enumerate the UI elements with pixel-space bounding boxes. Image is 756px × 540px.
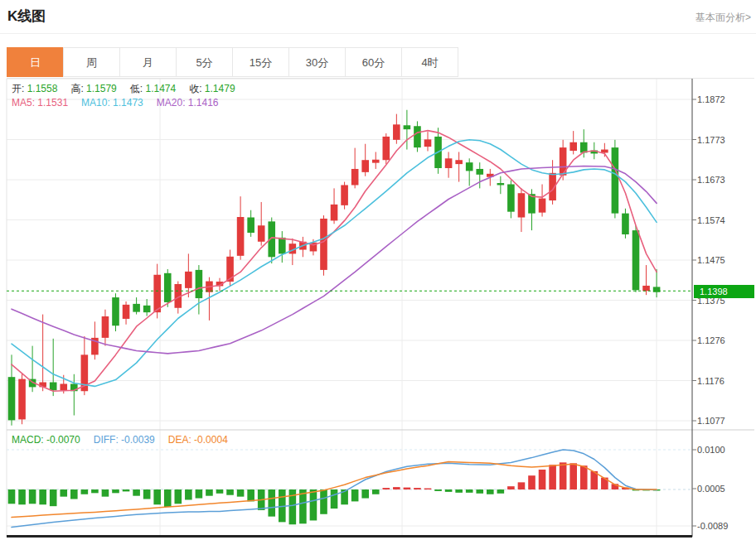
macd-bar-negative xyxy=(18,489,26,504)
macd-bar-negative xyxy=(70,489,78,499)
macd-bar-negative xyxy=(123,489,130,491)
macd-bar-negative xyxy=(8,489,16,504)
kline-chart[interactable] xyxy=(0,0,756,540)
ma-legend: MA5: 1.1531MA10: 1.1473MA20: 1.1416 xyxy=(12,97,232,108)
candle-up xyxy=(642,286,650,291)
candle-up xyxy=(455,160,463,164)
macd-bar-positive xyxy=(539,470,546,489)
axis-label: 1.1276 xyxy=(697,335,754,346)
candle-up xyxy=(445,158,453,168)
candle-down xyxy=(133,304,140,312)
candle-up xyxy=(60,383,67,390)
candle-down xyxy=(143,306,151,312)
macd-bar-positive xyxy=(393,487,400,489)
macd-bar-negative xyxy=(153,489,161,504)
axis-label: 1.1077 xyxy=(697,415,754,427)
macd-bar-negative xyxy=(320,489,327,514)
macd-bar-negative xyxy=(81,489,89,494)
ohlc-row-item-2: 低: 1.1474 xyxy=(130,83,176,94)
candle-up xyxy=(518,193,526,217)
candle-down xyxy=(497,183,505,185)
ma-row-item-2: MA20: 1.1416 xyxy=(157,97,219,108)
candle-down xyxy=(466,162,473,171)
macd-bar-negative xyxy=(60,489,67,497)
macd-bar-negative xyxy=(247,489,254,501)
axis-label: 1.1475 xyxy=(697,254,754,266)
candle-down xyxy=(164,273,172,302)
axis-label: 1.1176 xyxy=(697,375,754,387)
ma10-line xyxy=(12,140,657,387)
candle-down xyxy=(507,185,515,212)
axis-label: 1.1872 xyxy=(697,94,754,105)
macd-bar-negative xyxy=(331,489,338,509)
macd-row-item-0: MACD: -0.0070 xyxy=(12,434,80,446)
candle-up xyxy=(258,225,265,242)
macd-bar-negative xyxy=(476,489,483,494)
candle-up xyxy=(383,137,390,160)
ohlc-row-item-3: 收: 1.1479 xyxy=(189,83,235,94)
macd-bar-positive xyxy=(383,488,390,489)
macd-bar-positive xyxy=(404,488,411,489)
macd-bar-negative xyxy=(372,489,380,494)
macd-bar-negative xyxy=(175,489,182,504)
macd-bar-positive xyxy=(518,482,526,489)
ohlc-legend: 开: 1.1558高: 1.1579低: 1.1474收: 1.1479 xyxy=(12,82,249,96)
macd-bar-positive xyxy=(580,465,588,489)
macd-row-item-1: DIFF: -0.0039 xyxy=(94,434,155,446)
candle-up xyxy=(393,124,400,140)
candle-up xyxy=(18,379,26,420)
macd-bar-negative xyxy=(196,489,203,499)
macd-bar-negative xyxy=(268,489,275,517)
candle-up xyxy=(569,142,577,151)
macd-bar-negative xyxy=(185,489,192,499)
macd-bar-positive xyxy=(549,465,556,489)
macd-bar-negative xyxy=(206,489,213,496)
macd-bar-positive xyxy=(424,489,432,489)
candle-up xyxy=(372,160,380,163)
candle-down xyxy=(50,383,57,391)
time-axis-bar xyxy=(7,535,692,538)
macd-bar-negative xyxy=(310,489,317,520)
axis-label: 1.1673 xyxy=(697,174,754,186)
macd-bar-positive xyxy=(528,475,536,489)
macd-bar-negative xyxy=(39,489,46,504)
macd-bar-negative xyxy=(102,489,109,497)
macd-row-item-2: DEA: -0.0004 xyxy=(168,434,228,446)
candle-up xyxy=(123,305,130,319)
macd-bar-negative xyxy=(226,489,234,495)
candle-up xyxy=(153,275,161,312)
candle-down xyxy=(112,297,119,325)
ohlc-row-item-1: 高: 1.1579 xyxy=(70,83,116,94)
candle-up xyxy=(539,199,546,213)
candle-up xyxy=(361,160,369,172)
axis-label: -0.0089 xyxy=(697,520,754,532)
candle-down xyxy=(279,238,286,254)
macd-bar-positive xyxy=(569,463,577,489)
axis-label: 1.1574 xyxy=(697,215,754,226)
candle-down xyxy=(632,230,640,290)
macd-bar-negative xyxy=(29,489,36,504)
macd-bar-negative xyxy=(351,489,359,501)
axis-label: 1.1773 xyxy=(697,134,754,146)
current-price-tag: 1.1398 xyxy=(694,285,754,298)
ma-row-item-0: MA5: 1.1531 xyxy=(12,97,68,108)
candle-up xyxy=(185,272,192,288)
candle-down xyxy=(653,287,661,292)
macd-bar-negative xyxy=(445,489,453,492)
macd-bar-negative xyxy=(112,489,119,493)
macd-bar-positive xyxy=(560,462,567,489)
macd-bar-negative xyxy=(164,489,172,507)
candle-down xyxy=(247,218,254,234)
candle-down xyxy=(612,147,619,214)
candle-up xyxy=(351,169,359,186)
macd-bar-negative xyxy=(133,489,140,496)
macd-legend: MACD: -0.0070DIFF: -0.0039DEA: -0.0004 xyxy=(12,434,241,446)
macd-bar-negative xyxy=(361,489,369,499)
macd-bar-negative xyxy=(91,489,99,493)
macd-bar-negative xyxy=(455,489,463,493)
kline-widget: K线图 基本面分析> 日周月5分15分30分60分4时 开: 1.1558高: … xyxy=(0,0,756,540)
macd-bar-negative xyxy=(434,489,442,491)
macd-bar-negative xyxy=(497,489,505,494)
macd-bar-negative xyxy=(50,489,57,506)
candle-down xyxy=(196,270,203,298)
